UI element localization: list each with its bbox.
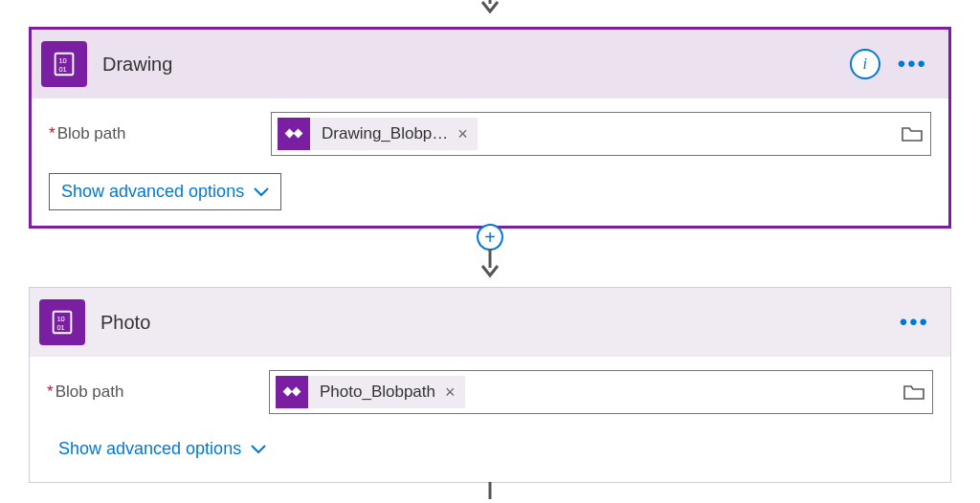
card-header[interactable]: 10 01 Drawing i ••• (32, 30, 948, 98)
required-marker: * (47, 383, 54, 401)
field-row-blob-path: *Blob path Drawing_Blobp… × (49, 110, 931, 158)
arrow-down-icon (478, 482, 502, 501)
dynamic-content-icon (278, 118, 310, 150)
folder-picker-button[interactable] (902, 125, 923, 142)
info-icon[interactable]: i (850, 49, 880, 79)
svg-rect-11 (292, 387, 301, 397)
blob-path-input[interactable]: Photo_Blobpath × (269, 370, 933, 414)
advanced-label: Show advanced options (58, 439, 241, 459)
arrow-down-icon (478, 249, 502, 279)
advanced-label: Show advanced options (61, 182, 244, 202)
card-title: Drawing (102, 54, 850, 76)
arrow-down-icon (478, 0, 502, 15)
token-text: Drawing_Blobp… (310, 124, 457, 143)
field-label-text: Blob path (56, 383, 124, 401)
chevron-down-icon (251, 445, 266, 454)
blob-storage-icon: 10 01 (41, 41, 87, 87)
more-menu-button[interactable]: ••• (896, 311, 933, 334)
svg-text:01: 01 (56, 323, 64, 332)
show-advanced-options-button[interactable]: Show advanced options (47, 431, 278, 467)
action-card-drawing[interactable]: 10 01 Drawing i ••• *Blob path (29, 27, 951, 229)
action-card-photo[interactable]: 10 01 Photo ••• *Blob path (29, 287, 951, 483)
remove-token-button[interactable]: × (457, 125, 478, 142)
folder-picker-button[interactable] (903, 383, 924, 401)
remove-token-button[interactable]: × (445, 383, 465, 401)
more-menu-button[interactable]: ••• (894, 53, 931, 76)
blob-storage-icon: 10 01 (39, 299, 85, 345)
blob-path-input[interactable]: Drawing_Blobp… × (271, 112, 931, 156)
dynamic-content-icon (276, 376, 308, 408)
svg-rect-4 (285, 129, 295, 139)
card-header[interactable]: 10 01 Photo ••• (30, 288, 950, 357)
chevron-down-icon (254, 187, 269, 197)
required-marker: * (49, 124, 56, 142)
token-text: Photo_Blobpath (308, 383, 445, 402)
svg-text:01: 01 (58, 65, 66, 74)
add-step-button[interactable]: + (477, 224, 503, 251)
svg-rect-10 (283, 387, 293, 397)
dynamic-content-token[interactable]: Photo_Blobpath × (276, 376, 465, 408)
field-label-text: Blob path (57, 124, 126, 142)
card-title: Photo (100, 312, 896, 334)
dynamic-content-token[interactable]: Drawing_Blobp… × (278, 118, 478, 150)
svg-rect-5 (294, 129, 303, 139)
show-advanced-options-button[interactable]: Show advanced options (49, 173, 281, 210)
field-label: *Blob path (47, 383, 269, 402)
field-label: *Blob path (49, 124, 271, 143)
field-row-blob-path: *Blob path Photo_Blobpath × (47, 368, 933, 416)
